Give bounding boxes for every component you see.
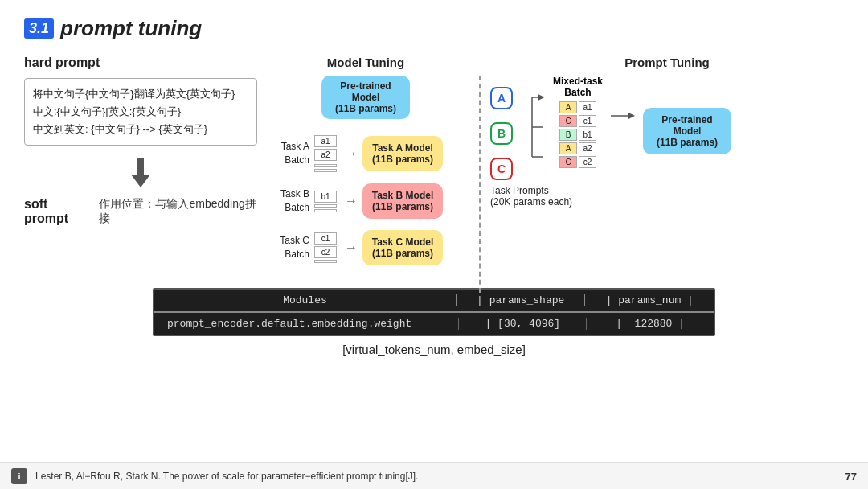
task-prompts-sublabel: (20K params each)	[490, 196, 844, 208]
mb-b1: b1	[579, 129, 596, 141]
task-b-arrow: →	[345, 194, 358, 208]
task-a-model-box: Task A Model (11B params)	[362, 136, 443, 171]
down-arrow	[24, 155, 257, 187]
table-row-1: prompt_encoder.default.embedding.weight …	[154, 313, 714, 335]
task-a-input1: a1	[314, 135, 337, 147]
task-c-label: Task CBatch	[265, 234, 309, 261]
svg-marker-7	[628, 113, 635, 119]
main-container: 3.1 prompt tuning hard prompt 将中文句子{中文句子…	[0, 0, 868, 489]
task-b-batch1	[314, 204, 337, 208]
pretrained-line2: Model	[330, 92, 402, 103]
mb-B: B	[559, 129, 577, 141]
prompt-line-1: 将中文句子{中文句子}翻译为英文{英文句子}	[33, 85, 248, 103]
footer-icon-text: i	[18, 471, 20, 481]
task-c-input2: c2	[314, 246, 337, 258]
task-a-batch1	[314, 164, 337, 167]
task-a-model-params: (11B params)	[371, 154, 435, 165]
th-params-num: | params_num |	[585, 294, 714, 306]
task-c-row: Task CBatch c1 c2 → Task C Model (11B pa…	[265, 230, 466, 265]
task-prompts-col: A B C	[490, 87, 513, 180]
task-prompts-label: Task Prompts (20K params each)	[490, 185, 844, 208]
mixed-batch-title: Mixed-taskBatch	[553, 76, 603, 98]
mixed-task-batch: Mixed-taskBatch A a1 C c1 B b1 A a2 C c2	[553, 76, 603, 168]
prompt-tuning-section: Prompt Tuning A B C	[490, 55, 844, 277]
task-a-batch2	[314, 169, 337, 172]
svg-marker-0	[131, 175, 150, 187]
task-b-row: Task BBatch b1 → Task B Model (11B param…	[265, 183, 466, 219]
mixed-batch-items: A a1 C c1 B b1 A a2 C c2	[559, 101, 596, 168]
prompt-box: 将中文句子{中文句子}翻译为英文{英文句子} 中文:{中文句子}|英文:{英文句…	[24, 78, 257, 146]
pretrained-line3: (11B params)	[330, 103, 402, 114]
task-c-arrow: →	[345, 240, 358, 255]
mb-C2: C	[559, 156, 577, 168]
task-a-model-label: Task A Model	[371, 142, 435, 154]
mb-a2: a2	[579, 142, 596, 154]
footer-text: Lester B, Al−Rfou R, Stark N. The power …	[35, 471, 837, 482]
model-tuning-section: Model Tuning Pre-trained Model (11B para…	[265, 55, 466, 277]
task-prompts-label-text: Task Prompts	[490, 185, 844, 196]
pt-pretrained-area: Pre-trained Model (11B params)	[643, 92, 731, 154]
mb-c1: c1	[579, 115, 596, 127]
td-params-shape: | [30, 4096]	[459, 318, 587, 330]
table-header: Modules | params_shape | params_num |	[154, 290, 714, 313]
task-b-model-params: (11B params)	[371, 201, 435, 212]
task-c-batch1	[314, 260, 337, 263]
prompt-tuning-title: Prompt Tuning	[490, 55, 844, 69]
header: 3.1 prompt tuning	[24, 16, 844, 41]
task-prompt-c: C	[490, 158, 513, 180]
page-title: prompt tuning	[60, 16, 202, 41]
task-c-model-label: Task C Model	[371, 236, 435, 248]
task-c-input1: c1	[314, 232, 337, 244]
task-prompt-b: B	[490, 122, 513, 145]
mb-C: C	[559, 115, 577, 127]
connector-area	[521, 87, 545, 170]
left-section: hard prompt 将中文句子{中文句子}翻译为英文{英文句子} 中文:{中…	[24, 55, 257, 277]
task-c-model-params: (11B params)	[371, 248, 435, 259]
footer: i Lester B, Al−Rfou R, Stark N. The powe…	[0, 462, 868, 489]
td-params-num: | 122880 |	[587, 318, 714, 330]
soft-prompt-desc: 作用位置：与输入embedding拼接	[99, 197, 257, 226]
td-module-name: prompt_encoder.default.embedding.weight	[154, 318, 459, 330]
dashed-divider	[479, 76, 481, 293]
task-a-row: Task ABatch a1 a2 → Task A Model (11B pa…	[265, 135, 466, 172]
section-badge: 3.1	[24, 18, 54, 39]
pt-pretrained-line2: Model	[653, 125, 722, 137]
task-a-label: Task ABatch	[265, 140, 309, 167]
pt-pretrained-line1: Pre-trained	[653, 114, 722, 125]
task-b-input1: b1	[314, 191, 337, 203]
task-b-model-box: Task B Model (11B params)	[362, 183, 443, 219]
soft-prompt-label: soft prompt	[24, 197, 91, 226]
prompt-line-3: 中文到英文: {中文句子} --> {英文句子}	[33, 121, 248, 138]
bottom-section: Modules | params_shape | params_num | pr…	[24, 288, 844, 356]
task-prompt-a: A	[490, 87, 513, 109]
task-b-batch2	[314, 209, 337, 212]
prompt-line-2: 中文:{中文句子}|英文:{英文句子}	[33, 103, 248, 121]
th-modules: Modules	[154, 294, 457, 306]
pretrained-model-box: Pre-trained Model (11B params)	[321, 76, 410, 119]
arrow-to-pretrained	[611, 108, 635, 124]
mb-a1: a1	[579, 101, 596, 113]
mb-c2: c2	[579, 156, 596, 168]
pt-pretrained-line3: (11B params)	[653, 137, 722, 148]
mb-A2: A	[559, 142, 577, 154]
model-tuning-title: Model Tuning	[265, 55, 466, 69]
pt-pretrained-box: Pre-trained Model (11B params)	[643, 108, 731, 154]
footer-page: 77	[845, 471, 857, 483]
params-table: Modules | params_shape | params_num | pr…	[153, 288, 715, 336]
soft-prompt-row: soft prompt 作用位置：与输入embedding拼接	[24, 197, 257, 226]
task-a-arrow: →	[345, 146, 358, 161]
footer-icon: i	[11, 468, 27, 484]
task-c-model-box: Task C Model (11B params)	[362, 230, 443, 265]
hard-prompt-label: hard prompt	[24, 55, 257, 70]
th-params-shape: | params_shape	[457, 294, 586, 306]
task-a-input2: a2	[314, 149, 337, 161]
mb-A: A	[559, 101, 577, 113]
svg-rect-1	[137, 158, 144, 175]
task-b-model-label: Task B Model	[371, 190, 435, 201]
virtual-tokens-label: [virtual_tokens_num, embed_size]	[24, 343, 844, 356]
task-b-label: Task BBatch	[265, 187, 309, 215]
pretrained-line1: Pre-trained	[330, 80, 402, 92]
